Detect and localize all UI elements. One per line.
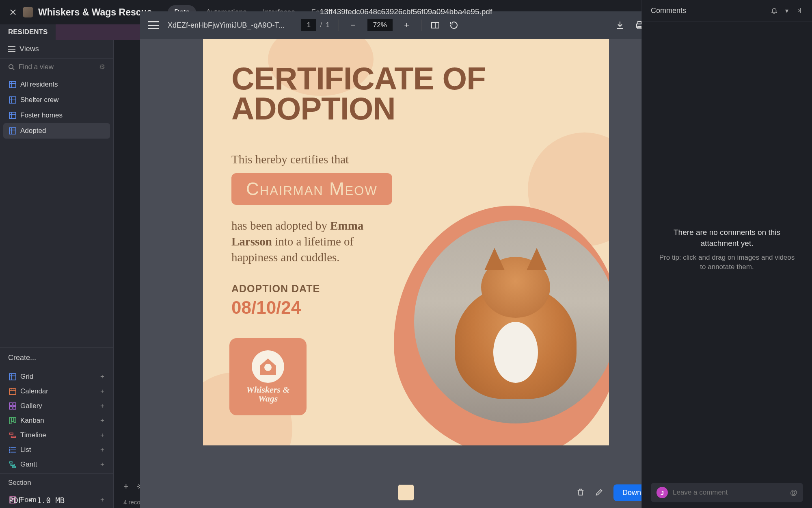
view-all-residents[interactable]: All residents	[3, 77, 110, 92]
comments-empty-title: There are no comments on this attachment…	[658, 227, 796, 249]
pet-name: Chairman Meow	[246, 179, 378, 199]
svg-rect-14	[9, 433, 13, 434]
workspace-title: Whiskers & Wags Rescue	[38, 7, 152, 18]
view-search[interactable]: Find a view ⚙	[0, 59, 113, 75]
svg-rect-15	[11, 436, 16, 437]
fit-page-icon[interactable]	[430, 20, 440, 30]
page-total: 1	[326, 22, 330, 29]
svg-rect-2	[9, 97, 16, 103]
svg-rect-6	[9, 389, 16, 395]
view-foster-homes[interactable]: Foster homes	[3, 108, 110, 123]
svg-rect-19	[9, 462, 12, 463]
avatar: J	[657, 487, 668, 498]
adoption-date: 08/10/24	[231, 297, 301, 318]
close-icon[interactable]	[8, 7, 18, 17]
collapse-panel-icon[interactable]	[796, 7, 803, 15]
bell-icon[interactable]	[771, 7, 778, 15]
svg-rect-4	[9, 128, 16, 134]
comments-title: Comments	[651, 7, 686, 15]
edit-icon[interactable]	[595, 488, 605, 497]
section-row[interactable]: Section	[0, 473, 113, 492]
create-grid[interactable]: Grid+	[3, 369, 110, 384]
hamburger-icon[interactable]	[148, 21, 159, 29]
create-calendar[interactable]: Calendar+	[3, 384, 110, 399]
create-kanban[interactable]: Kanban+	[3, 413, 110, 428]
view-adopted[interactable]: Adopted	[3, 123, 110, 139]
svg-point-16	[9, 447, 10, 448]
search-placeholder: Find a view	[19, 63, 54, 71]
svg-rect-10	[13, 406, 16, 409]
zoom-out-icon[interactable]: −	[348, 20, 358, 30]
divider	[339, 20, 339, 31]
svg-rect-13	[14, 417, 16, 422]
zoom-in-icon[interactable]: +	[402, 20, 412, 30]
create-gallery[interactable]: Gallery+	[3, 399, 110, 413]
svg-rect-3	[9, 112, 16, 119]
table-tab-residents[interactable]: RESIDENTS	[0, 24, 56, 40]
pet-photo	[394, 206, 609, 445]
certificate-title: CERTIFICATE OF ADOPTION	[231, 63, 486, 124]
svg-rect-12	[12, 417, 14, 421]
view-shelter-crew[interactable]: Shelter crew	[3, 92, 110, 108]
pdf-viewer-filename: XdEZf-enHbFjwYimiJUB_-qA9O-T...	[168, 21, 284, 30]
svg-point-17	[9, 449, 10, 450]
page-thumbnail[interactable]	[398, 484, 414, 501]
create-gantt[interactable]: Gantt+	[3, 457, 110, 472]
date-label: ADOPTION DATE	[231, 283, 320, 295]
comment-input[interactable]	[673, 488, 785, 497]
page-input[interactable]	[301, 19, 316, 31]
views-toggle[interactable]: Views	[0, 40, 113, 59]
pet-name-badge: Chairman Meow	[231, 173, 392, 205]
pdf-page: CERTIFICATE OF ADOPTION This hereby cert…	[203, 39, 609, 445]
svg-rect-1	[9, 81, 16, 88]
svg-rect-20	[11, 464, 15, 465]
chevron-down-icon[interactable]: ▾	[785, 7, 788, 15]
download-icon[interactable]	[615, 20, 625, 30]
svg-rect-5	[9, 373, 16, 380]
svg-point-0	[9, 65, 13, 69]
add-row-icon[interactable]: +	[123, 481, 129, 492]
svg-rect-7	[9, 403, 12, 406]
zoom-display: 72%	[367, 19, 393, 31]
delete-icon[interactable]	[576, 488, 586, 497]
views-label: Views	[19, 45, 39, 53]
svg-rect-9	[9, 406, 12, 409]
comments-empty-tip: Pro tip: click and drag on images and vi…	[658, 253, 796, 272]
divider	[421, 20, 421, 31]
create-timeline[interactable]: Timeline+	[3, 428, 110, 443]
view-label: Adopted	[20, 127, 46, 135]
create-list[interactable]: List+	[3, 443, 110, 457]
mention-icon[interactable]: @	[790, 488, 797, 497]
svg-rect-25	[638, 22, 641, 24]
view-label: All residents	[20, 80, 58, 89]
file-meta: PDF • 1.0 MB	[9, 496, 65, 505]
org-logo: Whiskers &Wags	[229, 338, 307, 415]
certify-text: This hereby certifies that	[231, 153, 349, 166]
pdf-filename-header: 13ff439fedc0648c63926cbf56f09a094bba4e95…	[320, 7, 492, 16]
svg-rect-8	[13, 403, 16, 406]
svg-point-18	[9, 452, 10, 453]
view-label: Shelter crew	[20, 96, 58, 104]
workspace-logo	[23, 7, 33, 17]
svg-rect-11	[9, 417, 11, 424]
certificate-body: has been adopted by Emma Larsson into a …	[231, 218, 402, 265]
page-sep: /	[320, 22, 322, 29]
create-header[interactable]: Create...	[0, 347, 113, 368]
rotate-icon[interactable]	[449, 20, 459, 30]
settings-icon[interactable]: ⚙	[99, 63, 105, 71]
view-label: Foster homes	[20, 111, 63, 119]
svg-rect-21	[13, 467, 16, 468]
